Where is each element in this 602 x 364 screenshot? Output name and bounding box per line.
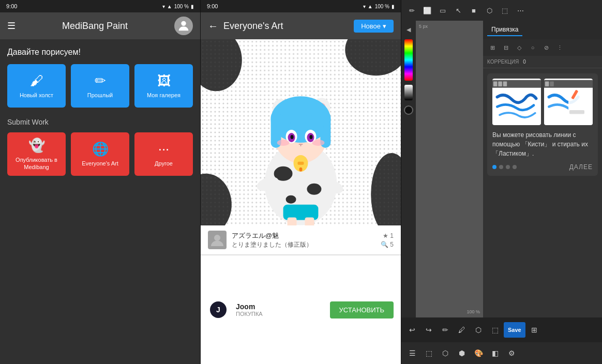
submit-section-title: Submit Work xyxy=(7,118,193,126)
my-gallery-button[interactable]: 🖼 Моя галерея xyxy=(134,64,193,108)
brush-bottom-tool[interactable]: ✏ xyxy=(438,322,453,338)
svg-rect-40 xyxy=(305,218,314,225)
everyones-art-label: Everyone's Art xyxy=(82,160,118,167)
svg-point-37 xyxy=(299,168,303,172)
panel-drawing-app: ✏ ⬜ ▭ ↖ ■ ⬡ ⬚ ⋯ ◀ 5 px 100 % Привязка ⊞ xyxy=(401,0,602,364)
align-left-tool[interactable]: ☰ xyxy=(404,345,420,361)
pen-tool[interactable]: 🖊 xyxy=(454,322,470,338)
svg-rect-49 xyxy=(503,82,507,86)
fill-tool[interactable]: ■ xyxy=(466,3,481,18)
draw-buttons-grid: 🖌 Новый холст ✏ Прошлый 🖼 Моя галерея xyxy=(7,64,193,108)
new-canvas-label: Новый холст xyxy=(20,92,53,99)
layer-tool[interactable]: ⬚ xyxy=(421,345,437,361)
svg-point-0 xyxy=(181,21,186,26)
menu-icon[interactable]: ☰ xyxy=(7,20,16,32)
diamond-icon[interactable]: ◇ xyxy=(513,41,525,54)
submit-buttons-grid: 👻 Опубликовать в Medibang 🌐 Everyone's A… xyxy=(7,132,193,176)
svg-point-32 xyxy=(312,140,324,146)
svg-point-31 xyxy=(277,140,290,146)
install-button[interactable]: УСТАНОВИТЬ xyxy=(330,301,394,318)
select-tool[interactable]: ↖ xyxy=(451,3,465,18)
eraser-tool[interactable]: ⬜ xyxy=(420,3,434,18)
signal-icon-2: ▲ xyxy=(368,4,373,9)
panel3-right: Привязка ⊞ ⊟ ◇ ○ ⊘ ⋮ КОРРЕКЦИЯ 0 xyxy=(483,21,602,317)
more2-icon[interactable]: ⋮ xyxy=(553,41,566,54)
chevron-down-icon: ▾ xyxy=(383,22,386,30)
grid-icon[interactable]: ⊞ xyxy=(486,41,499,54)
new-canvas-button[interactable]: 🖌 Новый холст xyxy=(7,64,66,108)
collapse-icon[interactable]: ◀ xyxy=(403,24,414,35)
snap-tab[interactable]: Привязка xyxy=(487,24,522,36)
bucket-tool[interactable]: ⬡ xyxy=(482,3,496,18)
ad-banner: J Joom ПОКУПКА УСТАНОВИТЬ xyxy=(201,255,401,364)
progress-dots xyxy=(492,165,517,169)
next-button[interactable]: ДАЛЕЕ xyxy=(569,163,593,171)
dots-icon: ··· xyxy=(158,141,170,157)
settings-tool[interactable]: ⚙ xyxy=(504,345,519,361)
layers-tool[interactable]: ◧ xyxy=(487,345,503,361)
zoom-label: 100 % xyxy=(466,309,480,314)
second-toolbar: ☰ ⬚ ⬡ ⬢ 🎨 ◧ ⚙ xyxy=(401,342,602,364)
tutorial-image-1 xyxy=(492,79,541,125)
panel-medibang: 9:00 ▾ ▲ 100 % ▮ ☰ MediBang Paint Давайт… xyxy=(0,0,201,364)
new-badge-button[interactable]: Новое ▾ xyxy=(354,20,394,33)
art-info-bar: アズラエル@魅 とりま塗りました（修正版） ★ 1 🔍 5 xyxy=(201,225,401,255)
fill-bottom-tool[interactable]: ⬢ xyxy=(454,345,470,361)
canvas-placeholder[interactable]: 5 px 100 % xyxy=(416,21,483,317)
color-swatch[interactable] xyxy=(404,105,413,115)
svg-rect-36 xyxy=(298,162,304,165)
publish-button[interactable]: 👻 Опубликовать в Medibang xyxy=(7,132,66,176)
eraser-bottom-tool[interactable]: ⬡ xyxy=(471,322,486,338)
circle-icon[interactable]: ○ xyxy=(526,41,539,54)
undo-button[interactable]: ↩ xyxy=(404,322,420,338)
dot-2 xyxy=(499,165,503,169)
tutorial-card: Вы можете рисовать линии с помощью 「Кист… xyxy=(487,73,598,176)
wifi-icon: ▾ xyxy=(162,4,165,9)
brightness-bar[interactable] xyxy=(404,85,413,100)
tutorial-images xyxy=(492,79,593,125)
battery-icon-2: ▮ xyxy=(392,4,395,9)
svg-rect-55 xyxy=(569,110,584,114)
status-icons-1: ▾ ▲ 100 % ▮ xyxy=(162,4,194,9)
everyones-art-button[interactable]: 🌐 Everyone's Art xyxy=(71,132,129,176)
draw-section-title: Давайте порисуем! xyxy=(7,48,193,57)
previous-button[interactable]: ✏ Прошлый xyxy=(71,64,129,108)
ad-app-name: Joom xyxy=(236,302,323,311)
color-gradient-bar[interactable] xyxy=(404,39,413,81)
panel3-main: ◀ 5 px 100 % Привязка ⊞ ⊟ ◇ ○ ⊘ ⋮ xyxy=(401,21,602,317)
export-tool[interactable]: ⬚ xyxy=(487,322,503,338)
svg-point-42 xyxy=(214,235,220,241)
publish-label: Опубликовать в Medibang xyxy=(7,157,66,170)
ad-text: Joom ПОКУПКА xyxy=(236,302,323,317)
status-bar-2: 9:00 ▾ ▲ 100 % ▮ xyxy=(201,0,401,12)
tutorial-text: Вы можете рисовать линии с помощью 「Кист… xyxy=(492,130,593,158)
svg-rect-53 xyxy=(550,82,554,86)
back-button[interactable]: ← xyxy=(208,20,218,32)
avatar[interactable] xyxy=(174,17,193,35)
more-tool[interactable]: ⋯ xyxy=(513,3,528,18)
status-icons-2: ▾ ▲ 100 % ▮ xyxy=(363,4,395,9)
rect-tool[interactable]: ▭ xyxy=(435,3,450,18)
bottom-toolbar: ↩ ↪ ✏ 🖊 ⬡ ⬚ Save ⊞ xyxy=(401,317,602,342)
transform-tool[interactable]: ⬡ xyxy=(438,345,453,361)
slash-icon[interactable]: ⊟ xyxy=(500,41,512,54)
view-count: 5 xyxy=(390,241,394,248)
battery-text-2: 100 % xyxy=(375,4,389,9)
battery-icon-1: ▮ xyxy=(191,4,194,9)
color-tool[interactable]: 🎨 xyxy=(471,345,486,361)
grid-bottom-tool[interactable]: ⊞ xyxy=(526,322,542,338)
dot-3 xyxy=(506,165,510,169)
redo-button[interactable]: ↪ xyxy=(421,322,437,338)
other-button[interactable]: ··· Другое xyxy=(134,132,193,176)
dotted-rect-tool[interactable]: ⬚ xyxy=(498,3,512,18)
svg-text:J: J xyxy=(216,306,220,314)
previous-label: Прошлый xyxy=(87,92,113,99)
art-stats: ★ 1 🔍 5 xyxy=(381,232,394,248)
pencil-tool[interactable]: ✏ xyxy=(404,3,419,18)
svg-rect-34 xyxy=(300,144,302,146)
signal-icon: ▲ xyxy=(167,4,172,9)
status-time-1: 9:00 xyxy=(6,3,17,9)
line-icon[interactable]: ⊘ xyxy=(540,41,552,54)
canvas-area: 5 px 100 % xyxy=(416,21,483,317)
save-button[interactable]: Save xyxy=(504,322,525,338)
